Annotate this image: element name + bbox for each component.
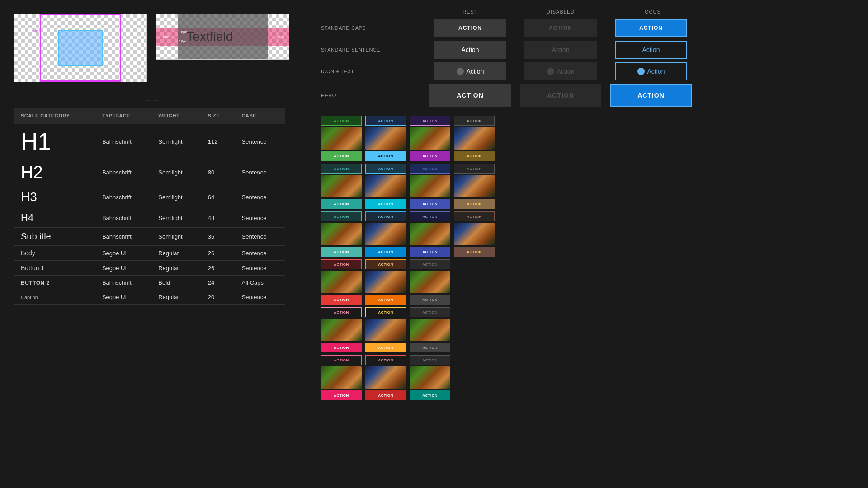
h2-label: H2 bbox=[14, 159, 95, 186]
teal-btn-top[interactable]: ACTION bbox=[321, 164, 362, 174]
blue2-image bbox=[410, 175, 450, 197]
gray4-btn-bottom[interactable]: ACTION bbox=[410, 343, 450, 352]
hotpink-btn-top[interactable]: ACTION bbox=[321, 355, 362, 365]
lb-btn-top[interactable]: ACTION bbox=[365, 211, 406, 221]
icon-text-rest-btn[interactable]: Action bbox=[434, 62, 506, 80]
h4-label: H4 bbox=[14, 208, 95, 228]
teal3-btn-bottom[interactable]: ACTION bbox=[321, 247, 362, 257]
darkred-variant: ACTION ACTION bbox=[365, 355, 406, 400]
gray2-btn-bottom[interactable]: ACTION bbox=[454, 199, 495, 209]
icon-text-disabled-cell: Action bbox=[515, 62, 606, 80]
table-row: H2 Bahnschrift Semilight 80 Sentence bbox=[14, 159, 285, 186]
hero-focus-btn[interactable]: ACTION bbox=[610, 84, 692, 107]
table-row: BUTTON 2 Bahnschrift Bold 24 All Caps bbox=[14, 276, 285, 290]
table-row: H1 Bahnschrift Semilight 112 Sentence bbox=[14, 124, 285, 159]
indigo-btn-bottom[interactable]: ACTION bbox=[410, 247, 450, 257]
body-label: Body bbox=[14, 246, 95, 261]
icon-text-label: ICON + TEXT bbox=[321, 69, 425, 74]
h3-typeface: Bahnschrift bbox=[95, 186, 151, 208]
teal-btn-bottom[interactable]: ACTION bbox=[321, 199, 362, 209]
bg-btn-bottom[interactable]: ACTION bbox=[454, 247, 495, 257]
standard-caps-disabled-btn[interactable]: ACTION bbox=[524, 19, 597, 37]
blue-variant: ACTION ACTION bbox=[365, 116, 406, 161]
h1-label: H1 bbox=[14, 124, 95, 159]
indigo-btn-top[interactable]: ACTION bbox=[410, 211, 450, 221]
standard-caps-focus-btn[interactable]: ACTION bbox=[615, 19, 687, 37]
gray4-variant: ACTION ACTION bbox=[410, 307, 450, 352]
h1-typeface: Bahnschrift bbox=[95, 124, 151, 159]
green-btn-bottom[interactable]: ACTION bbox=[321, 151, 362, 161]
diagram-row: 4px 5px 16px 16px 16px 16px Textfield bbox=[14, 14, 289, 82]
color-row-5: ACTION ACTION ACTION ACTION ACTION ACTIO… bbox=[321, 307, 859, 352]
green-btn-top[interactable]: ACTION bbox=[321, 116, 362, 126]
darkred-btn-top[interactable]: ACTION bbox=[365, 355, 406, 365]
button2-case: All Caps bbox=[235, 276, 285, 290]
yellow-btn-bottom[interactable]: ACTION bbox=[365, 343, 406, 352]
teal3-btn-top[interactable]: ACTION bbox=[321, 211, 362, 221]
orange-btn-bottom[interactable]: ACTION bbox=[365, 295, 406, 305]
darkred-btn-bottom[interactable]: ACTION bbox=[365, 390, 406, 400]
red-btn-bottom[interactable]: ACTION bbox=[321, 295, 362, 305]
blue2-btn-top[interactable]: ACTION bbox=[410, 164, 450, 174]
pink-btn-bottom[interactable]: ACTION bbox=[321, 343, 362, 352]
gray5-btn-bottom[interactable]: ACTION bbox=[410, 390, 450, 400]
textfield-diagram: 16px 16px 16px 16px Textfield bbox=[156, 14, 289, 60]
standard-sentence-rest-cell: Action bbox=[425, 41, 515, 59]
cyan-btn-top[interactable]: ACTION bbox=[365, 164, 406, 174]
gray2-image bbox=[454, 175, 495, 197]
h1-weight: Semilight bbox=[151, 124, 200, 159]
purple-btn-top[interactable]: ACTION bbox=[410, 116, 450, 126]
hero-disabled-btn[interactable]: ACTION bbox=[520, 84, 601, 107]
gray4-btn-top[interactable]: ACTION bbox=[410, 307, 450, 317]
button1-typeface: Segoe UI bbox=[95, 261, 151, 276]
body-typeface: Segoe UI bbox=[95, 246, 151, 261]
icon-focus bbox=[637, 68, 645, 75]
bg-image bbox=[454, 223, 495, 245]
gray5-btn-top[interactable]: ACTION bbox=[410, 355, 450, 365]
blue-btn-top[interactable]: ACTION bbox=[365, 116, 406, 126]
icon-text-disabled-btn[interactable]: Action bbox=[524, 62, 597, 80]
gray5-image bbox=[410, 366, 450, 389]
indigo-image bbox=[410, 223, 450, 245]
gray3-btn-bottom[interactable]: ACTION bbox=[410, 295, 450, 305]
hotpink-btn-bottom[interactable]: ACTION bbox=[321, 390, 362, 400]
icon-rest bbox=[457, 68, 464, 75]
purple-image bbox=[410, 127, 450, 150]
caption-typeface: Segoe UI bbox=[95, 290, 151, 305]
blue-inner-box bbox=[58, 30, 103, 66]
orange-btn-top[interactable]: ACTION bbox=[365, 259, 406, 269]
standard-caps-rest-btn[interactable]: ACTION bbox=[434, 19, 506, 37]
browngray-variant: ACTION ACTION bbox=[454, 211, 495, 257]
button1-size: 26 bbox=[201, 261, 235, 276]
table-row: Subtitle Bahnschrift Semilight 36 Senten… bbox=[14, 228, 285, 246]
blue-image bbox=[365, 127, 406, 150]
gray1-btn-bottom[interactable]: ACTION bbox=[454, 151, 495, 161]
hero-row: HERO ACTION ACTION ACTION bbox=[321, 84, 859, 107]
gray2-btn-top[interactable]: ACTION bbox=[454, 164, 495, 174]
button2-typeface: Bahnschrift bbox=[95, 276, 151, 290]
right-section: REST DISABLED FOCUS STANDARD CAPS ACTION… bbox=[312, 0, 868, 488]
standard-sentence-disabled-btn[interactable]: Action bbox=[524, 41, 597, 59]
standard-sentence-rest-btn[interactable]: Action bbox=[434, 41, 506, 59]
yellow-btn-top[interactable]: ACTION bbox=[365, 307, 406, 317]
pink-btn-top[interactable]: ACTION bbox=[321, 307, 362, 317]
lb-btn-bottom[interactable]: ACTION bbox=[365, 247, 406, 257]
cyan-btn-bottom[interactable]: ACTION bbox=[365, 199, 406, 209]
pink-image bbox=[321, 319, 362, 341]
caption-size: 20 bbox=[201, 290, 235, 305]
icon-text-focus-btn[interactable]: Action bbox=[615, 62, 687, 80]
bg-btn-top[interactable]: ACTION bbox=[454, 211, 495, 221]
yellow-variant: ACTION ACTION bbox=[365, 307, 406, 352]
blue-btn-bottom[interactable]: ACTION bbox=[365, 151, 406, 161]
purple-btn-bottom[interactable]: ACTION bbox=[410, 151, 450, 161]
red-variant: ACTION ACTION bbox=[321, 259, 362, 305]
red-btn-top[interactable]: ACTION bbox=[321, 259, 362, 269]
spacing-diagram: 4px 5px bbox=[14, 14, 147, 82]
gray3-btn-top[interactable]: ACTION bbox=[410, 259, 450, 269]
hero-rest-btn[interactable]: ACTION bbox=[429, 84, 511, 107]
blue2-btn-bottom[interactable]: ACTION bbox=[410, 199, 450, 209]
dim-label-left: 5px bbox=[33, 29, 39, 33]
standard-sentence-focus-btn[interactable]: Action bbox=[615, 41, 687, 59]
h3-case: Sentence bbox=[235, 186, 285, 208]
gray1-btn-top[interactable]: ACTION bbox=[454, 116, 495, 126]
